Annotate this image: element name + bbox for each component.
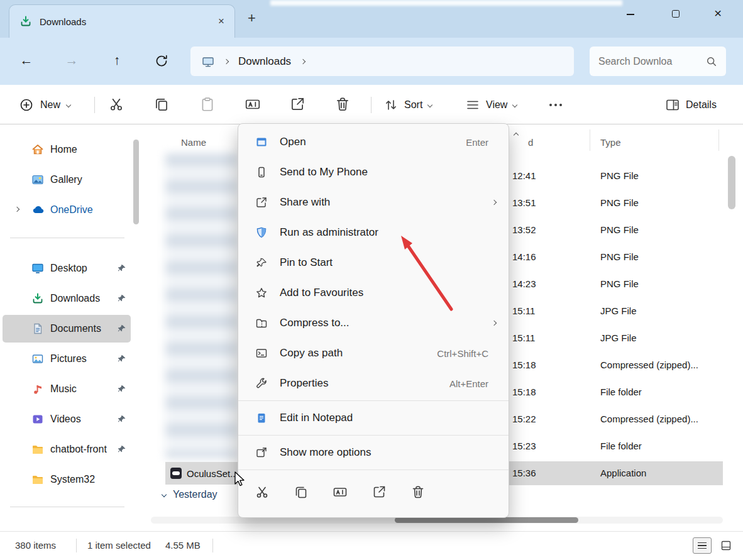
menu-item-show-more-options[interactable]: Show more options (238, 437, 509, 468)
menu-item-share-with[interactable]: Share with (238, 187, 509, 217)
back-button[interactable]: ← (18, 53, 35, 68)
pin-icon (118, 415, 126, 424)
titlebar: Downloads × + × (0, 0, 743, 38)
plus-circle-icon (19, 97, 34, 113)
ellipsis-icon (549, 104, 562, 106)
sidebar-item-desktop[interactable]: Desktop (3, 255, 131, 282)
sidebar-item-chatbot-front[interactable]: chatbot-front (3, 436, 131, 463)
music-icon (31, 383, 44, 395)
chevron-down-icon (66, 102, 71, 107)
statusbar-divider (212, 539, 213, 552)
expand-chevron-icon[interactable] (14, 207, 19, 212)
cut-button[interactable] (108, 96, 125, 113)
new-tab-button[interactable]: + (248, 10, 256, 26)
copy-icon[interactable] (294, 485, 309, 500)
share-icon (255, 195, 268, 209)
command-toolbar: New Sort View Details (0, 85, 743, 124)
refresh-button[interactable] (155, 54, 172, 68)
close-button[interactable]: × (714, 6, 722, 21)
breadcrumb-chevron-icon[interactable] (224, 58, 229, 63)
menu-item-run-as-administrator[interactable]: Run as administrator (238, 217, 509, 248)
toolbar-divider (371, 97, 372, 113)
column-divider[interactable] (590, 129, 590, 151)
console-icon (255, 346, 268, 360)
menu-item-pin-to-start[interactable]: Pin to Start (238, 248, 509, 278)
sidebar-item-home[interactable]: Home (3, 136, 131, 163)
menu-item-copy-as-path[interactable]: Copy as path Ctrl+Shift+C (238, 338, 509, 368)
selected-file-oculussetup[interactable]: OculusSet... (165, 462, 238, 485)
breadcrumb-location[interactable]: Downloads (238, 55, 291, 68)
menu-item-send-to-my-phone[interactable]: Send to My Phone (238, 157, 509, 187)
submenu-chevron-icon (492, 321, 497, 326)
sidebar-scrollbar[interactable] (133, 140, 139, 224)
breadcrumb[interactable]: Downloads (190, 47, 574, 76)
gallery-icon (31, 173, 44, 186)
sidebar-item-videos[interactable]: Videos (3, 405, 131, 433)
sidebar-item-music[interactable]: Music (3, 375, 131, 403)
sidebar-item-onedrive[interactable]: OneDrive (3, 196, 131, 224)
shield-icon (255, 226, 268, 239)
sidebar-item-downloads[interactable]: Downloads (3, 285, 131, 312)
horizontal-scrollbar[interactable] (395, 517, 578, 523)
forward-button[interactable]: → (63, 53, 80, 68)
copy-button[interactable] (153, 96, 170, 113)
sort-button[interactable]: Sort (383, 94, 432, 116)
status-bar: 380 items 1 item selected 4.55 MB (0, 531, 743, 560)
menu-item-properties[interactable]: Properties Alt+Enter (238, 368, 509, 398)
pin-icon (118, 294, 126, 303)
sidebar-item-documents[interactable]: Documents (3, 315, 131, 343)
new-button[interactable]: New (14, 94, 75, 116)
sidebar-item-pictures[interactable]: Pictures (3, 345, 131, 373)
chevron-down-icon (512, 102, 517, 107)
sidebar-item-system32[interactable]: System32 (3, 466, 131, 493)
minimize-button[interactable] (627, 14, 634, 15)
tab-close-icon[interactable]: × (218, 15, 224, 28)
view-button[interactable]: View (465, 94, 517, 116)
share-icon[interactable] (372, 485, 387, 500)
maximize-button[interactable] (672, 10, 680, 18)
column-header-name[interactable]: Name (181, 137, 206, 148)
group-header-yesterday[interactable]: Yesterday (162, 489, 217, 500)
details-view-toggle[interactable] (693, 537, 712, 554)
column-header-date[interactable]: d (528, 137, 533, 148)
list-lines-icon (698, 542, 707, 549)
sidebar-separator (10, 238, 124, 238)
sidebar-item-gallery[interactable]: Gallery (3, 166, 131, 194)
star-icon (255, 286, 268, 300)
vertical-scrollbar[interactable] (728, 156, 735, 209)
up-button[interactable]: ↑ (108, 53, 126, 68)
paste-button[interactable] (199, 96, 216, 113)
collapse-chevron-icon[interactable] (162, 492, 167, 497)
menu-item-add-to-favourites[interactable]: Add to Favourites (238, 278, 509, 308)
annotation-arrow (377, 220, 465, 321)
oculus-app-icon (170, 468, 182, 479)
menu-item-compress-to[interactable]: Compress to... (238, 308, 509, 338)
column-divider[interactable] (718, 129, 719, 151)
search-box[interactable] (590, 47, 726, 76)
selection-size: 4.55 MB (165, 540, 201, 551)
more-options-button[interactable] (549, 94, 562, 116)
details-pane-button[interactable]: Details (665, 94, 717, 116)
large-icons-view-toggle[interactable] (717, 537, 735, 554)
rename-button[interactable] (245, 96, 261, 113)
submenu-chevron-icon (492, 200, 497, 205)
toolbar-divider (94, 97, 95, 113)
breadcrumb-chevron-icon[interactable] (300, 58, 305, 63)
cut-icon[interactable] (255, 485, 270, 500)
thumbnail-view-icon (720, 539, 732, 552)
share-button[interactable] (289, 96, 306, 113)
menu-separator (238, 469, 509, 470)
item-count: 380 items (15, 540, 56, 551)
statusbar-divider (76, 539, 77, 552)
delete-icon[interactable] (410, 485, 426, 500)
explorer-tab-downloads[interactable]: Downloads × (9, 4, 235, 38)
view-label: View (486, 99, 507, 111)
menu-item-edit-in-notepad[interactable]: Edit in Notepad (238, 403, 509, 433)
column-header-type[interactable]: Type (600, 137, 621, 148)
search-input[interactable] (598, 56, 706, 67)
delete-button[interactable] (334, 96, 351, 113)
menu-item-open[interactable]: Open Enter (238, 127, 509, 157)
search-icon[interactable] (706, 56, 717, 67)
rename-icon[interactable] (333, 485, 348, 500)
context-menu: Open Enter Send to My Phone Share with R… (238, 123, 509, 518)
